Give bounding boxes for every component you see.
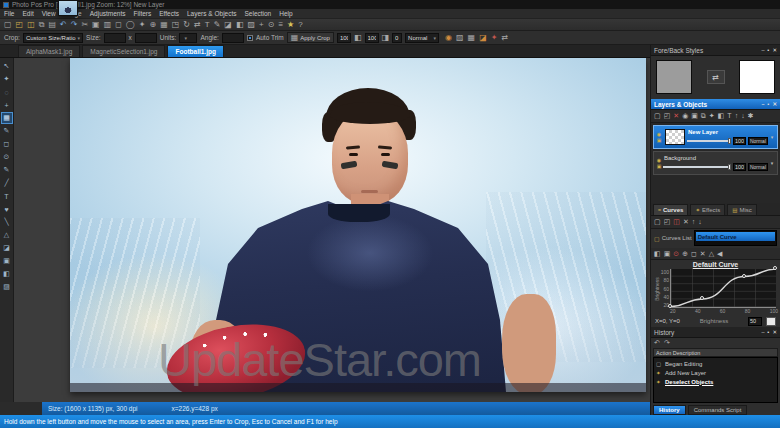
- zoom-icon[interactable]: ⊙: [268, 21, 275, 29]
- invert-icon[interactable]: ◀: [717, 250, 722, 258]
- curve-point[interactable]: [773, 266, 777, 270]
- eyedropper-tool-icon[interactable]: ✎: [1, 125, 13, 137]
- history-item-selected[interactable]: ✦ Deselect Objects: [656, 377, 775, 386]
- layers-icon[interactable]: ≡: [278, 21, 283, 29]
- clone-tool-icon[interactable]: ▣: [1, 255, 13, 267]
- magic-wand-icon[interactable]: ✦: [139, 21, 146, 29]
- curve-point[interactable]: [742, 274, 746, 278]
- rotate-icon[interactable]: ↻: [183, 21, 190, 29]
- menu-item[interactable]: Layers & Objects: [187, 10, 237, 17]
- layer-thumbnail[interactable]: [58, 0, 78, 16]
- crop-preset-select[interactable]: Custom Size/Ratio▾: [23, 33, 83, 43]
- swap-colors-icon[interactable]: ⇄: [707, 70, 725, 84]
- paste-icon[interactable]: ▥: [104, 21, 112, 29]
- panel-close-icon[interactable]: ✕: [772, 101, 777, 107]
- slider-thumb[interactable]: [728, 164, 731, 170]
- layer-opacity-slider[interactable]: [663, 166, 731, 168]
- resize-icon[interactable]: ◳: [172, 21, 180, 29]
- photo-football-player[interactable]: UpdateStar.com: [70, 58, 646, 392]
- size-width-input[interactable]: [104, 33, 126, 43]
- tab-curves[interactable]: ≈ Curves: [653, 204, 688, 215]
- undo-icon[interactable]: ↶: [60, 21, 67, 29]
- fill-opacity-icon[interactable]: ◨: [382, 34, 390, 42]
- copy-icon[interactable]: ▣: [92, 21, 100, 29]
- reset-curve-icon[interactable]: ✕: [700, 250, 706, 258]
- document-tab-alphamask[interactable]: AlphaMask1.jpg: [18, 45, 80, 57]
- layer-options-button[interactable]: ▾: [768, 160, 776, 166]
- duplicate-layer-icon[interactable]: ▣: [691, 112, 698, 120]
- print-icon[interactable]: ▤: [48, 21, 56, 29]
- document-tab-football[interactable]: Football1.jpg: [167, 45, 223, 57]
- menu-item[interactable]: Edit: [22, 10, 33, 17]
- menu-item[interactable]: Filters: [134, 10, 152, 17]
- layer-blend-select[interactable]: Normal: [748, 163, 768, 171]
- layer-row-background[interactable]: ◉ ▣ Background Normal ▾: [653, 151, 778, 175]
- curve-point[interactable]: [700, 296, 704, 300]
- curve-plot[interactable]: [670, 269, 776, 307]
- import-layer-icon[interactable]: ◰: [664, 112, 671, 120]
- panel-minimize-icon[interactable]: –: [761, 101, 764, 107]
- history-item[interactable]: ▢ Began Editing: [656, 359, 775, 368]
- menu-item[interactable]: Selection: [245, 10, 272, 17]
- move-tool-icon[interactable]: +: [1, 99, 13, 111]
- select-rect-tool-icon[interactable]: ◻: [1, 138, 13, 150]
- crop-icon[interactable]: ▦: [160, 21, 168, 29]
- show-layer-icon[interactable]: ◉: [682, 112, 688, 120]
- slider-thumb[interactable]: [728, 138, 731, 144]
- smooth-icon[interactable]: △: [709, 250, 714, 258]
- merge-layers-icon[interactable]: ⧉: [701, 112, 706, 120]
- glow-icon[interactable]: ✦: [491, 34, 498, 42]
- effects-icon[interactable]: ★: [287, 21, 294, 29]
- delete-layer-icon[interactable]: ✕: [673, 112, 679, 120]
- curves-list-item-selected[interactable]: Default Curve: [696, 232, 775, 241]
- delete-curve-icon[interactable]: ✕: [683, 218, 689, 226]
- menu-item[interactable]: View: [42, 10, 56, 17]
- apply-crop-button[interactable]: ▦ Apply Crop: [287, 32, 334, 43]
- curves-list[interactable]: Default Curve: [694, 230, 777, 246]
- opacity-input-2[interactable]: [365, 33, 379, 43]
- pattern-icon[interactable]: ▨: [456, 34, 464, 42]
- flip-icon[interactable]: ⇄: [194, 21, 201, 29]
- apply-curve-icon[interactable]: ▣: [664, 250, 671, 258]
- history-item[interactable]: ✦ Add New Layer: [656, 368, 775, 377]
- units-select[interactable]: ▾: [179, 33, 197, 43]
- tab-effects[interactable]: ✦ Effects: [690, 204, 725, 215]
- polygon-tool-icon[interactable]: △: [1, 229, 13, 241]
- line-tool-icon[interactable]: ╲: [1, 216, 13, 228]
- curve-value-input[interactable]: [748, 317, 762, 326]
- lasso-tool-icon[interactable]: ◌: [1, 86, 13, 98]
- fill-icon[interactable]: ◧: [236, 21, 244, 29]
- menu-item[interactable]: File: [4, 10, 14, 17]
- new-layer-icon[interactable]: ▢: [654, 112, 661, 120]
- angle-input[interactable]: [222, 33, 244, 43]
- layer-opacity-value[interactable]: [733, 137, 746, 145]
- auto-trim-checkbox[interactable]: [247, 35, 253, 41]
- open-icon[interactable]: ◰: [16, 21, 24, 29]
- brush-icon[interactable]: ✎: [214, 21, 221, 29]
- eraser-tool-icon[interactable]: ◪: [1, 242, 13, 254]
- menu-item[interactable]: Help: [279, 10, 292, 17]
- color-picker-icon[interactable]: +: [259, 21, 264, 29]
- cut-icon[interactable]: ✂: [81, 21, 88, 29]
- grid-icon[interactable]: ◻: [691, 250, 697, 258]
- menu-item[interactable]: Effects: [159, 10, 179, 17]
- opacity-icon[interactable]: ◧: [354, 34, 362, 42]
- text-tool-icon[interactable]: T: [1, 190, 13, 202]
- layer-row-new-layer[interactable]: ◉ ▣ New Layer Normal ▾: [653, 125, 778, 149]
- pencil-tool-icon[interactable]: ╱: [1, 177, 13, 189]
- panel-minimize-icon[interactable]: –: [761, 329, 764, 335]
- add-point-icon[interactable]: ⊕: [682, 250, 688, 258]
- layer-settings-icon[interactable]: ✱: [748, 112, 754, 120]
- layer-thumbnail[interactable]: [665, 129, 685, 145]
- stamp-icon[interactable]: ◉: [445, 34, 452, 42]
- crop-tool-icon[interactable]: ▦: [1, 112, 13, 124]
- layer-effects-icon[interactable]: ✦: [709, 112, 715, 120]
- panel-close-icon[interactable]: ✕: [772, 47, 777, 53]
- texture-icon[interactable]: ▦: [468, 34, 476, 42]
- menu-item[interactable]: Adjustments: [90, 10, 126, 17]
- history-undo-icon[interactable]: ↶: [654, 339, 660, 347]
- zoom-tool-icon[interactable]: ⊙: [1, 151, 13, 163]
- panel-pin-icon[interactable]: ▪: [767, 329, 769, 335]
- opacity-input-1[interactable]: [337, 33, 351, 43]
- tab-history[interactable]: History: [653, 405, 686, 415]
